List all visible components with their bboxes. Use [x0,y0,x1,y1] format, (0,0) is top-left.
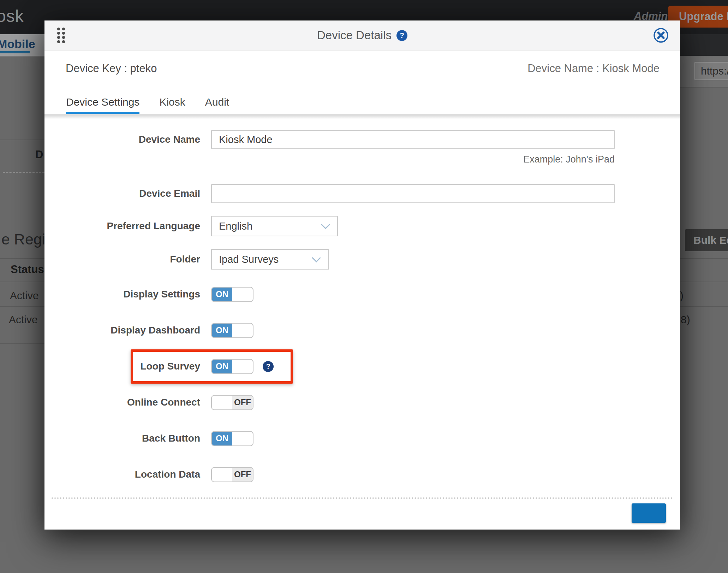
preferred-language-row: Preferred Language English [44,216,680,236]
table-row-partial: ) [680,290,684,302]
url-input[interactable]: https:// [694,62,728,80]
preferred-language-select[interactable]: English [211,216,338,236]
location-data-row: Location Data OFF [44,467,680,482]
table-border [0,282,44,282]
back-button-label: Back Button [44,433,200,444]
location-data-toggle[interactable]: OFF [211,467,253,482]
device-email-row: Device Email [44,184,680,203]
table-border [680,258,728,259]
folder-label: Folder [44,254,200,265]
modal-tabs: Device Settings Kiosk Audit [44,90,680,114]
modal-subheader: Device Key : pteko Device Name : Kiosk M… [44,50,680,90]
display-dashboard-label: Display Dashboard [44,325,200,336]
table-border [0,258,44,259]
device-name-helper: Example: John's iPad [211,154,615,165]
device-name-label: Device Name [44,134,200,145]
table-row-status: Active [9,314,38,326]
row-divider [0,140,44,140]
display-settings-toggle[interactable]: ON [211,287,253,302]
folder-select[interactable]: Ipad Surveys [211,249,329,270]
toolbar-band: https:// [680,56,728,88]
back-button-row: Back Button ON [44,431,680,446]
save-button[interactable] [632,503,666,523]
mobile-tab[interactable]: Mobile [0,37,35,51]
tab-kiosk[interactable]: Kiosk [159,96,185,114]
table-row-partial: 8) [681,314,690,326]
device-name-row: Device Name [44,130,680,149]
display-dashboard-row: Display Dashboard ON [44,323,680,338]
loop-survey-toggle[interactable]: ON [211,359,253,374]
bulk-edit-button[interactable]: Bulk Edit [685,229,728,251]
footer-divider [52,497,673,499]
tab-audit[interactable]: Audit [205,96,229,114]
display-settings-label: Display Settings [44,289,200,300]
table-border [680,282,728,282]
folder-row: Folder Ipad Surveys [44,249,680,270]
close-icon[interactable] [652,27,669,44]
title-help-icon[interactable]: ? [396,30,407,41]
table-border [0,343,44,344]
display-settings-row: Display Settings ON [44,286,680,302]
back-button-toggle[interactable]: ON [211,431,253,446]
modal-header: Device Details ? [44,20,680,51]
chevron-down-icon [321,220,330,229]
device-details-modal: Device Details ? Device Key : pteko Devi… [44,20,680,530]
tab-device-settings[interactable]: Device Settings [66,96,139,114]
loop-survey-help-icon[interactable]: ? [263,361,274,372]
loop-survey-row: Loop Survey ON ? [44,359,680,374]
table-row-status: Active [10,290,39,302]
preferred-language-label: Preferred Language [44,220,200,232]
display-dashboard-toggle[interactable]: ON [211,323,253,338]
online-connect-toggle[interactable]: OFF [211,395,253,410]
device-key-text: Device Key : pteko [66,62,157,75]
modal-title: Device Details [317,29,392,42]
folder-value: Ipad Surveys [219,254,279,265]
location-data-label: Location Data [44,469,200,480]
loop-survey-label: Loop Survey [44,361,200,372]
online-connect-row: Online Connect OFF [44,395,680,410]
device-email-input[interactable] [211,184,615,203]
chevron-down-icon [312,253,321,262]
device-email-label: Device Email [44,188,200,199]
preferred-language-value: English [219,220,252,232]
table-border [0,306,44,307]
device-name-text: Device Name : Kiosk Mode [527,62,660,75]
nav-strip: Mobile [0,34,44,57]
nav-strip-right [680,34,728,56]
device-name-input[interactable] [211,130,615,149]
partial-field-label: D [35,148,43,161]
status-column-header: Status [11,263,44,276]
table-border [680,306,728,307]
online-connect-label: Online Connect [44,397,200,408]
mobile-tab-underline [0,51,30,53]
app-logo: osk [0,6,24,26]
dashed-divider [3,172,44,173]
